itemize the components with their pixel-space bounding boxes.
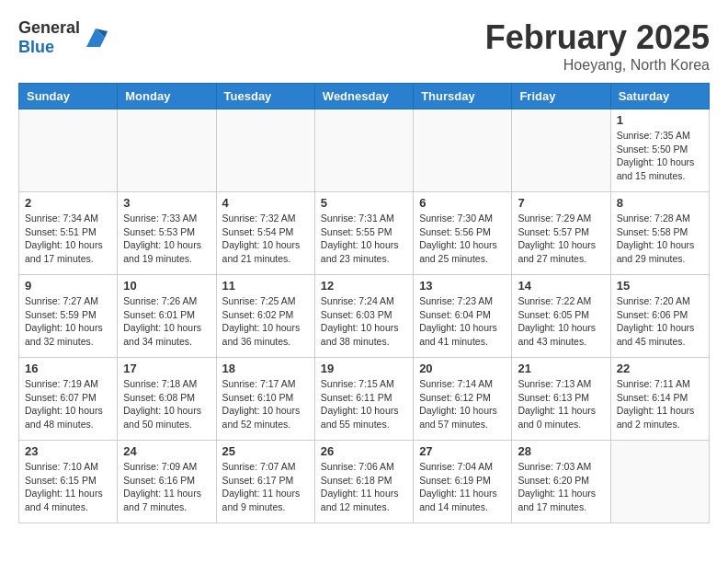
day-info: Sunrise: 7:07 AMSunset: 6:17 PMDaylight:… bbox=[222, 460, 309, 514]
calendar-day-cell: 10Sunrise: 7:26 AMSunset: 6:01 PMDayligh… bbox=[118, 275, 216, 358]
day-number: 10 bbox=[123, 279, 210, 293]
day-info: Sunrise: 7:04 AMSunset: 6:19 PMDaylight:… bbox=[419, 460, 506, 514]
day-number: 24 bbox=[123, 444, 210, 458]
day-number: 6 bbox=[419, 196, 506, 210]
day-info: Sunrise: 7:09 AMSunset: 6:16 PMDaylight:… bbox=[123, 460, 210, 514]
calendar-day-cell: 9Sunrise: 7:27 AMSunset: 5:59 PMDaylight… bbox=[19, 275, 118, 358]
day-info: Sunrise: 7:18 AMSunset: 6:08 PMDaylight:… bbox=[123, 377, 210, 431]
day-number: 9 bbox=[25, 279, 111, 293]
logo-general: General bbox=[18, 18, 80, 37]
calendar-day-cell: 23Sunrise: 7:10 AMSunset: 6:15 PMDayligh… bbox=[19, 441, 118, 523]
day-info: Sunrise: 7:31 AMSunset: 5:55 PMDaylight:… bbox=[321, 212, 407, 266]
calendar-day-cell: 21Sunrise: 7:13 AMSunset: 6:13 PMDayligh… bbox=[512, 358, 610, 441]
calendar-day-cell bbox=[118, 109, 216, 192]
day-info: Sunrise: 7:30 AMSunset: 5:56 PMDaylight:… bbox=[419, 212, 506, 266]
calendar-week-row: 1Sunrise: 7:35 AMSunset: 5:50 PMDaylight… bbox=[19, 109, 710, 192]
day-info: Sunrise: 7:23 AMSunset: 6:04 PMDaylight:… bbox=[419, 294, 506, 349]
calendar-day-cell: 4Sunrise: 7:32 AMSunset: 5:54 PMDaylight… bbox=[216, 192, 314, 275]
day-info: Sunrise: 7:17 AMSunset: 6:10 PMDaylight:… bbox=[222, 377, 309, 431]
calendar-table: SundayMondayTuesdayWednesdayThursdayFrid… bbox=[18, 83, 710, 523]
calendar-day-cell: 12Sunrise: 7:24 AMSunset: 6:03 PMDayligh… bbox=[314, 275, 413, 358]
day-number: 20 bbox=[419, 362, 506, 375]
calendar-day-cell: 27Sunrise: 7:04 AMSunset: 6:19 PMDayligh… bbox=[414, 441, 512, 523]
day-number: 11 bbox=[222, 279, 309, 293]
day-number: 4 bbox=[222, 196, 309, 210]
day-number: 16 bbox=[25, 362, 111, 375]
logo-blue: Blue bbox=[18, 38, 54, 56]
day-info: Sunrise: 7:03 AMSunset: 6:20 PMDaylight:… bbox=[518, 460, 604, 514]
day-number: 25 bbox=[222, 444, 309, 458]
day-info: Sunrise: 7:13 AMSunset: 6:13 PMDaylight:… bbox=[518, 377, 604, 431]
calendar-day-cell: 28Sunrise: 7:03 AMSunset: 6:20 PMDayligh… bbox=[512, 441, 610, 523]
day-info: Sunrise: 7:34 AMSunset: 5:51 PMDaylight:… bbox=[25, 212, 111, 266]
location-subtitle: Hoeyang, North Korea bbox=[485, 57, 710, 74]
logo: General Blue bbox=[18, 18, 109, 57]
day-info: Sunrise: 7:20 AMSunset: 6:06 PMDaylight:… bbox=[617, 294, 703, 349]
day-number: 14 bbox=[518, 279, 604, 293]
calendar-day-cell bbox=[314, 109, 413, 192]
weekday-header: Tuesday bbox=[216, 84, 314, 109]
calendar-day-cell: 22Sunrise: 7:11 AMSunset: 6:14 PMDayligh… bbox=[610, 358, 709, 441]
calendar-day-cell: 16Sunrise: 7:19 AMSunset: 6:07 PMDayligh… bbox=[19, 358, 118, 441]
day-info: Sunrise: 7:15 AMSunset: 6:11 PMDaylight:… bbox=[321, 377, 407, 431]
calendar-week-row: 9Sunrise: 7:27 AMSunset: 5:59 PMDaylight… bbox=[19, 275, 710, 358]
weekday-header: Saturday bbox=[610, 84, 709, 109]
calendar-day-cell bbox=[610, 441, 709, 523]
day-info: Sunrise: 7:11 AMSunset: 6:14 PMDaylight:… bbox=[617, 377, 703, 431]
day-number: 17 bbox=[123, 362, 210, 375]
day-number: 18 bbox=[222, 362, 309, 375]
day-number: 8 bbox=[617, 196, 703, 210]
month-title: February 2025 bbox=[485, 18, 710, 57]
calendar-week-row: 23Sunrise: 7:10 AMSunset: 6:15 PMDayligh… bbox=[19, 441, 710, 523]
day-number: 26 bbox=[321, 444, 407, 458]
day-info: Sunrise: 7:27 AMSunset: 5:59 PMDaylight:… bbox=[25, 294, 111, 349]
weekday-header: Friday bbox=[512, 84, 610, 109]
day-info: Sunrise: 7:28 AMSunset: 5:58 PMDaylight:… bbox=[617, 212, 703, 266]
day-number: 23 bbox=[25, 444, 111, 458]
day-info: Sunrise: 7:25 AMSunset: 6:02 PMDaylight:… bbox=[222, 294, 309, 349]
calendar-week-row: 2Sunrise: 7:34 AMSunset: 5:51 PMDaylight… bbox=[19, 192, 710, 275]
day-number: 15 bbox=[617, 279, 703, 293]
calendar-day-cell bbox=[19, 109, 118, 192]
calendar-day-cell: 26Sunrise: 7:06 AMSunset: 6:18 PMDayligh… bbox=[314, 441, 413, 523]
day-number: 1 bbox=[617, 113, 703, 127]
title-block: February 2025 Hoeyang, North Korea bbox=[485, 18, 710, 74]
calendar-day-cell: 17Sunrise: 7:18 AMSunset: 6:08 PMDayligh… bbox=[118, 358, 216, 441]
calendar-day-cell: 15Sunrise: 7:20 AMSunset: 6:06 PMDayligh… bbox=[610, 275, 709, 358]
day-number: 27 bbox=[419, 444, 506, 458]
calendar-week-row: 16Sunrise: 7:19 AMSunset: 6:07 PMDayligh… bbox=[19, 358, 710, 441]
calendar-day-cell bbox=[216, 109, 314, 192]
day-info: Sunrise: 7:33 AMSunset: 5:53 PMDaylight:… bbox=[123, 212, 210, 266]
calendar-day-cell: 3Sunrise: 7:33 AMSunset: 5:53 PMDaylight… bbox=[118, 192, 216, 275]
day-info: Sunrise: 7:35 AMSunset: 5:50 PMDaylight:… bbox=[617, 129, 703, 183]
page-header: General Blue February 2025 Hoeyang, Nort… bbox=[18, 18, 710, 74]
calendar-day-cell: 2Sunrise: 7:34 AMSunset: 5:51 PMDaylight… bbox=[19, 192, 118, 275]
day-number: 28 bbox=[518, 444, 604, 458]
day-number: 19 bbox=[321, 362, 407, 375]
day-info: Sunrise: 7:06 AMSunset: 6:18 PMDaylight:… bbox=[321, 460, 407, 514]
weekday-header: Sunday bbox=[19, 84, 118, 109]
day-number: 13 bbox=[419, 279, 506, 293]
day-info: Sunrise: 7:29 AMSunset: 5:57 PMDaylight:… bbox=[518, 212, 604, 266]
day-number: 2 bbox=[25, 196, 111, 210]
calendar-day-cell: 6Sunrise: 7:30 AMSunset: 5:56 PMDaylight… bbox=[414, 192, 512, 275]
calendar-day-cell: 7Sunrise: 7:29 AMSunset: 5:57 PMDaylight… bbox=[512, 192, 610, 275]
calendar-day-cell bbox=[414, 109, 512, 192]
weekday-header: Thursday bbox=[414, 84, 512, 109]
day-info: Sunrise: 7:22 AMSunset: 6:05 PMDaylight:… bbox=[518, 294, 604, 349]
day-info: Sunrise: 7:24 AMSunset: 6:03 PMDaylight:… bbox=[321, 294, 407, 349]
day-number: 12 bbox=[321, 279, 407, 293]
calendar-day-cell: 1Sunrise: 7:35 AMSunset: 5:50 PMDaylight… bbox=[610, 109, 709, 192]
logo-icon bbox=[82, 24, 109, 52]
calendar-day-cell: 18Sunrise: 7:17 AMSunset: 6:10 PMDayligh… bbox=[216, 358, 314, 441]
calendar-day-cell: 19Sunrise: 7:15 AMSunset: 6:11 PMDayligh… bbox=[314, 358, 413, 441]
weekday-header: Monday bbox=[118, 84, 216, 109]
day-number: 5 bbox=[321, 196, 407, 210]
day-number: 21 bbox=[518, 362, 604, 375]
calendar-day-cell: 5Sunrise: 7:31 AMSunset: 5:55 PMDaylight… bbox=[314, 192, 413, 275]
calendar-day-cell: 24Sunrise: 7:09 AMSunset: 6:16 PMDayligh… bbox=[118, 441, 216, 523]
calendar-day-cell bbox=[512, 109, 610, 192]
calendar-day-cell: 20Sunrise: 7:14 AMSunset: 6:12 PMDayligh… bbox=[414, 358, 512, 441]
day-info: Sunrise: 7:14 AMSunset: 6:12 PMDaylight:… bbox=[419, 377, 506, 431]
calendar-day-cell: 13Sunrise: 7:23 AMSunset: 6:04 PMDayligh… bbox=[414, 275, 512, 358]
